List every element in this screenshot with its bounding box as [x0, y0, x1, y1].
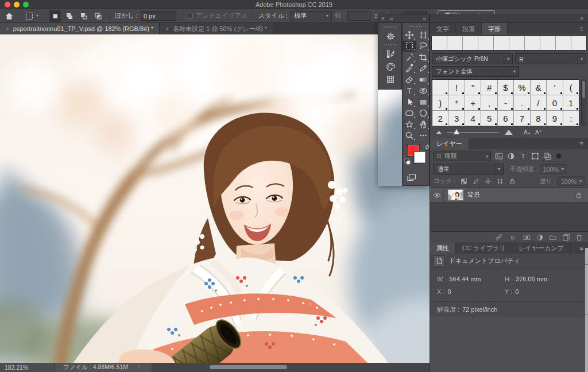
- recent-glyph-cell[interactable]: [571, 36, 586, 50]
- filter-pixel-layers-icon[interactable]: [495, 152, 503, 160]
- layer-filter-select[interactable]: 種類 ▾: [434, 152, 491, 161]
- glyph-cell[interactable]: $: [498, 80, 513, 95]
- layer-filter-toggle[interactable]: [555, 153, 562, 160]
- glyph-cell[interactable]: #: [481, 80, 497, 95]
- layer-list-empty-area[interactable]: [430, 203, 588, 231]
- tab-layer-comps[interactable]: レイヤーカンプ: [512, 242, 571, 254]
- recent-glyph-cell[interactable]: [556, 36, 571, 50]
- type-tool[interactable]: T: [403, 86, 416, 97]
- delete-layer-icon[interactable]: [575, 234, 583, 241]
- glyph-cell[interactable]: 9: [547, 111, 562, 126]
- document-canvas[interactable]: [0, 34, 430, 363]
- panel-drag-handle[interactable]: [384, 26, 396, 28]
- edit-toolbar-button[interactable]: [416, 130, 430, 142]
- pencil-tool[interactable]: [416, 63, 430, 75]
- close-panel-icon[interactable]: ×: [381, 16, 385, 22]
- zoom-in-glyphs-icon[interactable]: [504, 129, 513, 135]
- subtract-from-selection-mode-button[interactable]: [78, 10, 90, 22]
- recent-glyph-cell[interactable]: [463, 36, 478, 50]
- layer-visibility-icon[interactable]: [433, 191, 441, 199]
- zoom-level-field[interactable]: 182.21%: [0, 363, 55, 372]
- recent-glyph-cell[interactable]: [509, 36, 524, 50]
- lock-pixels-icon[interactable]: [473, 178, 479, 185]
- layer-thumbnail[interactable]: [448, 189, 463, 200]
- eraser-tool[interactable]: [403, 74, 416, 86]
- default-colors-icon[interactable]: [404, 158, 411, 165]
- rectangle-tool[interactable]: [416, 96, 430, 108]
- close-tab-icon[interactable]: ×: [6, 26, 9, 32]
- glyph-cell[interactable]: 1: [563, 95, 579, 110]
- new-group-icon[interactable]: [549, 234, 557, 241]
- recent-glyph-cell[interactable]: [478, 36, 493, 50]
- glyph-size-slider[interactable]: [447, 129, 500, 135]
- glyph-cell[interactable]: %: [514, 80, 529, 95]
- tab-character[interactable]: 文字: [430, 23, 456, 34]
- layer-style-icon[interactable]: fx: [508, 234, 517, 241]
- color-panel-icon[interactable]: [378, 60, 403, 73]
- artboard-tool[interactable]: [416, 29, 430, 41]
- glyph-cell[interactable]: &: [531, 80, 546, 95]
- lock-position-icon[interactable]: [485, 178, 492, 185]
- tab-glyphs[interactable]: 字形: [482, 23, 508, 34]
- move-tool[interactable]: [403, 29, 416, 41]
- expand-panel-icon[interactable]: »: [390, 16, 393, 22]
- close-tab-icon[interactable]: ×: [165, 26, 169, 32]
- panel-menu-icon[interactable]: ≡: [575, 23, 588, 34]
- recent-glyph-cell[interactable]: [447, 36, 462, 50]
- rectangular-marquee-tool[interactable]: [403, 41, 416, 52]
- glyph-scope-select[interactable]: フォント全体 ▾: [432, 66, 519, 77]
- eyedropper-tool[interactable]: [403, 63, 416, 75]
- panel-drag-handle[interactable]: [384, 44, 396, 45]
- lock-artboard-icon[interactable]: [497, 178, 504, 185]
- collapse-dock-icon[interactable]: «: [580, 15, 583, 21]
- screen-mode-button[interactable]: [403, 173, 429, 182]
- tool-preset-picker[interactable]: ▾: [25, 11, 38, 21]
- tab-paragraph[interactable]: 段落: [456, 23, 482, 34]
- filter-type-layers-icon[interactable]: T: [519, 152, 527, 160]
- opacity-field[interactable]: 100%▾: [540, 164, 567, 174]
- recent-glyph-cell[interactable]: [525, 36, 540, 50]
- zoom-tool[interactable]: [403, 130, 416, 142]
- custom-shape-tool[interactable]: [403, 119, 416, 130]
- home-icon[interactable]: [5, 11, 14, 21]
- tab-layers[interactable]: レイヤー: [430, 138, 469, 149]
- path-selection-tool[interactable]: [403, 96, 416, 108]
- zoom-out-glyphs-icon[interactable]: [436, 130, 442, 134]
- filter-shape-layers-icon[interactable]: [531, 152, 539, 160]
- glyph-cell[interactable]: .: [514, 95, 529, 110]
- glyph-scale-down-icon[interactable]: A₊: [524, 129, 531, 135]
- link-layers-icon[interactable]: [494, 234, 503, 241]
- document-tab[interactable]: × psportraitnonnu01_TP_V.psd @ 182% (RGB…: [0, 23, 160, 34]
- panel-menu-icon[interactable]: ≡: [575, 138, 588, 149]
- recent-glyph-cell[interactable]: [494, 36, 509, 50]
- glyph-cell[interactable]: ): [432, 95, 448, 110]
- filter-smart-objects-icon[interactable]: [543, 152, 551, 160]
- glyph-cell[interactable]: ": [465, 80, 481, 95]
- glyph-cell[interactable]: 0: [547, 95, 562, 110]
- lock-all-icon[interactable]: [509, 178, 516, 185]
- fill-field[interactable]: 100%▾: [558, 176, 585, 186]
- crop-tool[interactable]: [416, 52, 430, 63]
- glyph-cell[interactable]: 2: [432, 111, 448, 126]
- swatches-panel-icon[interactable]: [378, 73, 403, 86]
- glyph-cell[interactable]: *: [448, 95, 464, 110]
- glyph-cell[interactable]: !: [448, 80, 464, 95]
- rounded-rectangle-tool[interactable]: [403, 108, 416, 119]
- new-layer-icon[interactable]: [562, 234, 570, 241]
- intersect-selection-mode-button[interactable]: [92, 10, 104, 22]
- new-selection-mode-button[interactable]: [49, 10, 61, 22]
- status-expand-icon[interactable]: 〉: [137, 363, 144, 371]
- layer-name[interactable]: 背景: [467, 191, 480, 199]
- glyph-cell[interactable]: 5: [481, 111, 497, 126]
- feather-input[interactable]: [141, 11, 176, 21]
- navigator-panel-icon[interactable]: [378, 30, 403, 42]
- glyph-cell[interactable]: /: [531, 95, 546, 110]
- glyph-cell[interactable]: -: [498, 95, 513, 110]
- toolbar-drag-handle[interactable]: [409, 26, 422, 27]
- glyph-scale-up-icon[interactable]: A⁺: [535, 129, 542, 135]
- glyph-cell[interactable]: ,: [481, 95, 497, 110]
- glyph-font-style-select[interactable]: R ▾: [515, 53, 586, 64]
- background-color-swatch[interactable]: [414, 152, 425, 163]
- tab-properties[interactable]: 属性: [430, 242, 456, 254]
- collapse-panel-icon[interactable]: «: [423, 16, 426, 22]
